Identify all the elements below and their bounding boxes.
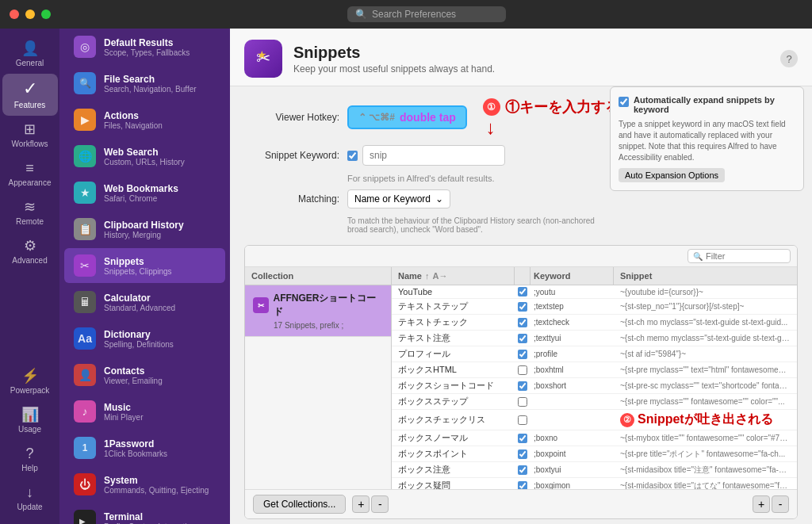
- matching-select[interactable]: Name or Keyword ⌄: [347, 189, 450, 208]
- snippet-row[interactable]: ボックスノーマル;boxno~{st-mybox title="" fontaw…: [392, 430, 797, 446]
- nav-item-web-search[interactable]: 🌐 Web Search Custom, URLs, History: [64, 139, 225, 174]
- collection-item-title: AFFNGERショートコード: [274, 292, 384, 319]
- snippet-checkbox[interactable]: [518, 397, 527, 407]
- snippet-checkbox[interactable]: [518, 350, 527, 359]
- nav-title-system: System: [104, 475, 209, 486]
- snippet-row[interactable]: ボックス疑問;boxgimon~{st-midasibox title="はてな…: [392, 478, 797, 489]
- remove-collection-button[interactable]: -: [371, 495, 389, 513]
- sidebar-label-general: General: [16, 59, 44, 67]
- snippet-name: YouTube: [392, 287, 515, 296]
- nav-sub-contacts: Viewer, Emailing: [104, 377, 163, 385]
- sidebar-label-remote: Remote: [16, 217, 44, 226]
- nav-item-actions[interactable]: ▶ Actions Files, Navigation: [64, 102, 225, 137]
- snippet-row[interactable]: テキストステップ;textstep~{st-step_no="1"}{curso…: [392, 299, 797, 315]
- snippet-row[interactable]: テキスト注意;texttyui~{st-ch memo myclass="st-…: [392, 331, 797, 346]
- snippet-row[interactable]: ボックスHTML;boxhtml~{st-pre myclass="" text…: [392, 362, 797, 378]
- snippet-value: ~{youtube id={cursor}}~: [614, 288, 797, 296]
- snippet-row[interactable]: ボックスチェックリス②Snippetが吐き出される: [392, 410, 797, 430]
- snippet-name: ボックス疑問: [392, 480, 515, 489]
- get-collections-button[interactable]: Get Collections...: [253, 495, 346, 514]
- nav-item-calculator[interactable]: 🖩 Calculator Standard, Advanced: [64, 285, 225, 319]
- title-bar: 🔍 Search Preferences: [0, 0, 812, 29]
- snippet-checkbox[interactable]: [518, 415, 527, 425]
- general-icon: 👤: [21, 41, 39, 55]
- snippet-row[interactable]: テキストチェック;textcheck~{st-ch mo myclass="st…: [392, 315, 797, 331]
- traffic-lights: [10, 10, 51, 19]
- nav-item-snippets[interactable]: ✂ Snippets Snippets, Clippings: [64, 248, 225, 283]
- nav-item-default-results[interactable]: ◎ Default Results Scope, Types, Fallback…: [64, 29, 225, 64]
- filter-input[interactable]: [706, 251, 785, 261]
- name-header: Name ↑ A→: [392, 267, 515, 285]
- music-icon: ♪: [74, 400, 96, 423]
- nav-item-contacts[interactable]: 👤 Contacts Viewer, Emailing: [64, 358, 225, 392]
- sidebar-item-general[interactable]: 👤 General: [2, 35, 58, 74]
- page-title: Snippets: [293, 44, 769, 62]
- snippet-checkbox[interactable]: [518, 381, 527, 391]
- sidebar-item-usage[interactable]: 📊 Usage: [2, 401, 58, 440]
- title-search-bar[interactable]: 🔍 Search Preferences: [347, 6, 506, 22]
- snippet-value: ~{st-step_no="1"}{cursor}[/st-step]~: [614, 302, 797, 311]
- fullscreen-button[interactable]: [41, 10, 51, 19]
- matching-hint: To match the behaviour of the Clipboard …: [347, 216, 601, 234]
- snippet-checkbox[interactable]: [518, 287, 527, 296]
- nav-item-file-search[interactable]: 🔍 File Search Search, Navigation, Buffer: [64, 66, 225, 101]
- sidebar-item-appearance[interactable]: ≡ Appearance: [2, 155, 58, 193]
- sidebar-item-workflows[interactable]: ⊞ Workflows: [2, 116, 58, 155]
- auto-expansion-options-button[interactable]: Auto Expansion Options: [619, 168, 725, 182]
- snippet-row[interactable]: ボックスショートコード;boxshort~{st-pre-sc myclass=…: [392, 378, 797, 394]
- snippet-checkbox[interactable]: [518, 465, 527, 475]
- snippet-value: ~{st-mybox title="" fontawesome="" color…: [614, 434, 797, 442]
- sidebar-item-update[interactable]: ↓ Update: [2, 479, 58, 518]
- sidebar-item-help[interactable]: ? Help: [2, 440, 58, 479]
- actions-icon: ▶: [74, 109, 96, 131]
- snippet-row[interactable]: ボックスステップ~{st-pre myclass="" fontawesome=…: [392, 394, 797, 410]
- snippet-row[interactable]: ボックスポイント;boxpoint~{st-pre title="ポイント" f…: [392, 446, 797, 462]
- mid-nav: ◎ Default Results Scope, Types, Fallback…: [59, 29, 230, 524]
- nav-sub-music: Mini Player: [104, 413, 143, 422]
- add-snippet-button[interactable]: +: [753, 495, 770, 513]
- sidebar: 👤 General ✓ Features ⊞ Workflows ≡ Appea…: [0, 29, 59, 524]
- snippets-headers: Name ↑ A→ Keyword Snippet: [392, 267, 797, 285]
- minimize-button[interactable]: [25, 10, 35, 19]
- help-button[interactable]: ?: [780, 50, 798, 67]
- snippet-row[interactable]: ボックス注意;boxtyui~{st-midasibox title="注意" …: [392, 462, 797, 478]
- nav-sub-web-bookmarks: Safari, Chrome: [104, 194, 178, 203]
- snippet-row[interactable]: YouTube;youtu~{youtube id={cursor}}~: [392, 285, 797, 299]
- nav-title-music: Music: [104, 402, 143, 413]
- snippet-footer-btns: + -: [753, 495, 789, 513]
- snippet-keyword-input[interactable]: [362, 145, 505, 166]
- sidebar-item-features[interactable]: ✓ Features: [2, 74, 58, 116]
- snippet-value: ~{st-ch mo myclass="st-text-guide st-tex…: [614, 318, 797, 327]
- collection-item[interactable]: ✂ AFFNGERショートコード 17 Snippets, prefix ;: [245, 285, 391, 337]
- nav-item-web-bookmarks[interactable]: ★ Web Bookmarks Safari, Chrome: [64, 175, 225, 210]
- dictionary-icon: Aa: [74, 327, 96, 350]
- snippet-checkbox[interactable]: [518, 318, 527, 327]
- hotkey-display[interactable]: ⌃ ⌥⌘# double tap: [347, 105, 467, 129]
- snippet-checkbox[interactable]: [518, 481, 527, 490]
- add-collection-button[interactable]: +: [352, 495, 370, 513]
- snippet-keyword-checkbox[interactable]: [347, 151, 358, 161]
- sidebar-item-powerpack[interactable]: ⚡ Powerpack: [2, 362, 58, 401]
- nav-item-dictionary[interactable]: Aa Dictionary Spelling, Definitions: [64, 321, 225, 356]
- auto-expand-checkbox[interactable]: [619, 97, 629, 107]
- snippet-checkbox[interactable]: [518, 302, 527, 312]
- nav-item-system[interactable]: ⏻ System Commands, Quitting, Ejecting: [64, 467, 225, 502]
- remove-snippet-button[interactable]: -: [772, 495, 789, 513]
- snippet-checkbox[interactable]: [518, 434, 527, 443]
- nav-item-1password[interactable]: 1 1Password 1Click Bookmarks: [64, 430, 225, 465]
- matching-label: Matching:: [244, 193, 339, 205]
- nav-item-music[interactable]: ♪ Music Mini Player: [64, 394, 225, 429]
- snippet-row[interactable]: プロフィール;profile~{st af id="5984"}~: [392, 346, 797, 362]
- sidebar-item-remote[interactable]: ≋ Remote: [2, 193, 58, 232]
- file-search-icon: 🔍: [74, 72, 96, 94]
- nav-item-clipboard-history[interactable]: 📋 Clipboard History History, Merging: [64, 212, 225, 247]
- snippet-checkbox[interactable]: [518, 449, 527, 459]
- snippet-keyword: ;profile: [530, 350, 614, 358]
- close-button[interactable]: [10, 10, 19, 19]
- snippet-checkbox[interactable]: [518, 334, 527, 343]
- nav-item-terminal[interactable]: ▶_ Terminal Prefix, Custom Integration: [64, 503, 225, 524]
- snippet-checkbox[interactable]: [518, 365, 527, 375]
- advanced-icon: ⚙: [24, 239, 36, 253]
- filter-search-icon: 🔍: [693, 252, 703, 261]
- sidebar-item-advanced[interactable]: ⚙ Advanced: [2, 232, 58, 271]
